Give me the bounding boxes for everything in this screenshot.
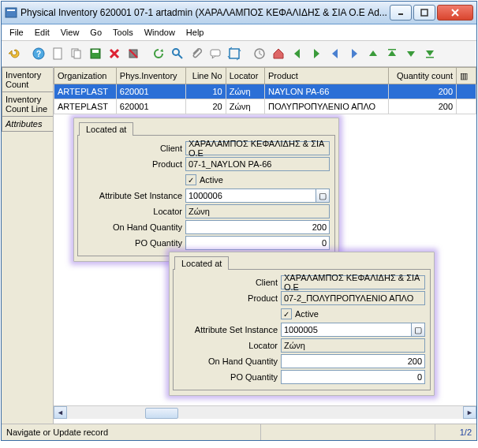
detail-icon[interactable] [345, 45, 363, 62]
label-client: Client [178, 278, 281, 287]
table-row[interactable]: ARTEPLAST 620001 10 Ζώνη NAYLON PA-66 20… [54, 84, 476, 99]
delete2-icon[interactable] [125, 45, 142, 62]
left-tabs: Inventory Count Inventory Count Line Att… [2, 67, 54, 424]
status-message: Navigate or Update record [2, 424, 261, 440]
toolbar: ? [2, 41, 476, 67]
field-asi[interactable]: 1000006 [185, 189, 316, 203]
field-locator: Ζώνη [185, 204, 330, 218]
located-at-card-2: Located at ClientΧΑΡΑΛΑΜΠΟΣ ΚΕΦΑΛΙΔΗΣ & … [169, 252, 435, 396]
field-onhand[interactable]: 200 [185, 220, 330, 234]
statusbar: Navigate or Update record 1/2 [2, 424, 476, 440]
col-config-icon[interactable]: ▥ [457, 68, 476, 84]
tab-inventory-count[interactable]: Inventory Count [2, 67, 53, 92]
col-quantity[interactable]: Quantity count [388, 68, 456, 84]
svg-text:?: ? [36, 50, 41, 58]
active-checkbox[interactable]: ✓ [185, 174, 196, 185]
menu-window[interactable]: Window [140, 26, 180, 39]
asi-lookup-icon[interactable]: ▢ [316, 189, 330, 203]
close-button[interactable] [437, 5, 473, 21]
save-icon[interactable] [87, 45, 104, 62]
col-line-no[interactable]: Line No [186, 68, 226, 84]
copy-icon[interactable] [68, 45, 85, 62]
down-icon[interactable] [402, 45, 420, 62]
delete-icon[interactable] [106, 45, 123, 62]
tab-inventory-count-line[interactable]: Inventory Count Line [2, 91, 53, 117]
minimize-button[interactable] [390, 5, 412, 21]
asi-lookup-icon[interactable]: ▢ [411, 323, 425, 337]
table-row[interactable]: ARTEPLAST 620001 20 Ζώνη ΠΟΛΥΠΡΟΠΥΛΕΝΙΟ … [54, 99, 476, 114]
history-icon[interactable] [251, 45, 268, 62]
status-record-position: 1/2 [435, 424, 476, 440]
col-organization[interactable]: Organization [54, 68, 117, 84]
menu-help[interactable]: Help [181, 26, 209, 39]
label-active: Active [295, 309, 319, 319]
grid-icon[interactable] [226, 45, 243, 62]
label-product: Product [83, 159, 185, 169]
last-icon[interactable] [421, 45, 439, 62]
undo-icon[interactable] [5, 45, 22, 62]
label-locator: Locator [83, 207, 185, 216]
find-icon[interactable] [169, 45, 186, 62]
scroll-right-icon[interactable]: ► [463, 406, 476, 419]
located-at-card-1: Located at ClientΧΑΡΑΛΑΜΠΟΣ ΚΕΦΑΛΙΔΗΣ & … [73, 118, 339, 262]
field-asi[interactable]: 1000005 [281, 323, 412, 337]
field-poqty[interactable]: 0 [185, 236, 330, 250]
content-area: Organization Phys.Inventory Line No Loca… [54, 67, 476, 424]
svg-rect-8 [54, 48, 62, 59]
horizontal-scrollbar[interactable]: ◄ ► [54, 405, 476, 419]
label-active: Active [200, 175, 223, 185]
field-product: 07-1_NAYLON PA-66 [185, 157, 330, 171]
card-tab[interactable]: Located at [79, 122, 133, 136]
tab-attributes[interactable]: Attributes [2, 116, 53, 132]
field-client: ΧΑΡΑΛΑΜΠΟΣ ΚΕΦΑΛΙΔΗΣ & ΣΙΑ Ο.Ε [185, 141, 330, 155]
chat-icon[interactable] [207, 45, 224, 62]
svg-rect-0 [6, 8, 17, 17]
svg-point-17 [173, 49, 179, 55]
svg-rect-3 [421, 9, 428, 16]
prev-icon[interactable] [289, 45, 306, 62]
label-onhand: On Hand Quantity [178, 357, 281, 366]
next-icon[interactable] [308, 45, 325, 62]
help-icon[interactable]: ? [30, 45, 47, 62]
label-client: Client [83, 144, 185, 153]
label-locator: Locator [178, 341, 281, 350]
attach-icon[interactable] [188, 45, 205, 62]
card-tab[interactable]: Located at [174, 256, 229, 270]
up-icon[interactable] [383, 45, 401, 62]
scroll-thumb[interactable] [145, 408, 178, 419]
field-client: ΧΑΡΑΛΑΜΠΟΣ ΚΕΦΑΛΙΔΗΣ & ΣΙΑ Ο.Ε [281, 275, 425, 289]
label-asi: Attribute Set Instance [178, 325, 281, 334]
menu-view[interactable]: View [56, 26, 84, 39]
menu-file[interactable]: File [5, 26, 28, 39]
svg-rect-20 [230, 49, 239, 58]
home-icon[interactable] [270, 45, 287, 62]
svg-rect-1 [7, 9, 15, 11]
svg-rect-23 [426, 57, 434, 58]
new-icon[interactable] [49, 45, 66, 62]
col-phys-inventory[interactable]: Phys.Inventory [116, 68, 185, 84]
label-poqty: PO Quantity [178, 372, 281, 382]
col-product[interactable]: Product [265, 68, 389, 84]
field-onhand[interactable]: 200 [281, 354, 425, 368]
menu-tools[interactable]: Tools [108, 26, 138, 39]
field-poqty[interactable]: 0 [281, 370, 425, 384]
svg-rect-12 [92, 50, 99, 53]
svg-line-18 [178, 54, 182, 58]
parent-icon[interactable] [327, 45, 344, 62]
menu-go[interactable]: Go [85, 26, 106, 39]
grid: Organization Phys.Inventory Line No Loca… [54, 67, 476, 114]
active-checkbox[interactable]: ✓ [281, 308, 292, 319]
refresh-icon[interactable] [150, 45, 167, 62]
scroll-left-icon[interactable]: ◄ [54, 406, 67, 419]
menu-edit[interactable]: Edit [30, 26, 54, 39]
titlebar: Physical Inventory 620001 07-1 artadmin … [2, 2, 476, 24]
col-locator[interactable]: Locator [226, 68, 264, 84]
first-icon[interactable] [364, 45, 382, 62]
app-icon [5, 6, 17, 19]
label-poqty: PO Quantity [83, 238, 185, 248]
maximize-button[interactable] [413, 5, 435, 21]
label-onhand: On Hand Quantity [83, 222, 185, 232]
label-asi: Attribute Set Instance [83, 191, 185, 200]
svg-rect-10 [74, 50, 80, 58]
svg-rect-22 [388, 49, 396, 50]
